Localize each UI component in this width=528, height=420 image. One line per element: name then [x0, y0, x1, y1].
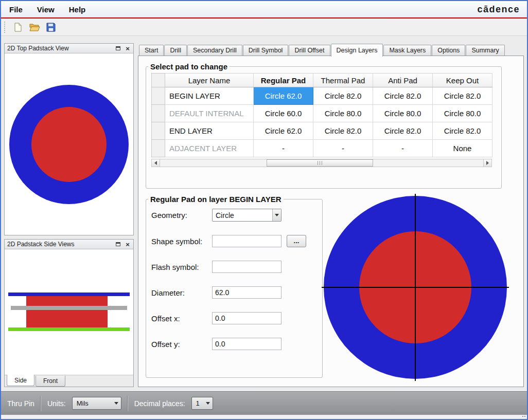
float-button[interactable]: [114, 241, 122, 248]
scroll-left-icon: [154, 161, 157, 165]
tab-mask-layers[interactable]: Mask Layers: [383, 45, 431, 56]
row-selector[interactable]: [152, 140, 165, 157]
design-layers-tab-content: Select pad to change Layer Name Regular …: [138, 56, 524, 387]
diameter-input[interactable]: [212, 286, 281, 299]
thermal-pad-cell[interactable]: Circle 82.0: [313, 87, 373, 105]
keep-out-cell[interactable]: None: [433, 140, 492, 157]
decimal-places-select[interactable]: 1: [191, 397, 213, 410]
select-pad-groupbox: Select pad to change Layer Name Regular …: [146, 62, 502, 189]
table-row-begin-layer: BEGIN LAYER Circle 62.0 Circle 82.0 Circ…: [152, 87, 492, 105]
thermal-pad-cell[interactable]: Circle 80.0: [313, 105, 373, 122]
anti-pad-cell[interactable]: Circle 82.0: [373, 122, 433, 140]
bottom-strip: [1, 415, 527, 419]
scrollbar-track[interactable]: [160, 159, 483, 167]
row-selector[interactable]: [152, 87, 165, 105]
scroll-left-button[interactable]: [152, 159, 160, 167]
offset-y-input[interactable]: [212, 338, 281, 350]
column-header-layer-name[interactable]: Layer Name: [165, 74, 254, 87]
padstack-editor-window: File View Help cādence: [0, 0, 528, 420]
column-header-keep-out[interactable]: Keep Out: [433, 74, 492, 87]
layer-name-cell[interactable]: END LAYER: [165, 122, 254, 140]
flash-symbol-row: Flash symbol:: [151, 261, 322, 273]
keep-out-cell[interactable]: Circle 82.0: [433, 87, 492, 105]
regular-pad-cell[interactable]: Circle 60.0: [254, 105, 313, 122]
thermal-pad-cell[interactable]: -: [313, 140, 373, 157]
geometry-row: Geometry: Circle: [151, 209, 322, 222]
menu-view[interactable]: View: [37, 5, 55, 14]
tab-start[interactable]: Start: [139, 45, 164, 56]
keep-out-cell[interactable]: Circle 82.0: [433, 122, 492, 140]
tab-summary[interactable]: Summary: [466, 45, 504, 56]
resize-grip[interactable]: [519, 412, 525, 418]
geometry-select[interactable]: Circle: [212, 209, 281, 222]
anti-pad-cell[interactable]: Circle 82.0: [373, 87, 433, 105]
browse-button[interactable]: ...: [287, 235, 306, 247]
new-file-button[interactable]: [11, 20, 25, 34]
regular-pad-title: Regular Pad on layer BEGIN LAYER: [148, 195, 284, 204]
float-button[interactable]: [114, 45, 122, 52]
tab-side[interactable]: Side: [7, 375, 34, 386]
tab-secondary-drill[interactable]: Secondary Drill: [187, 45, 242, 56]
menu-file[interactable]: File: [9, 5, 23, 14]
column-header-anti-pad[interactable]: Anti Pad: [373, 74, 433, 87]
main-area: Start Drill Secondary Drill Drill Symbol…: [138, 43, 524, 387]
tab-design-layers[interactable]: Design Layers: [331, 44, 383, 57]
cadence-logo: cādence: [477, 4, 520, 15]
tab-drill[interactable]: Drill: [164, 45, 187, 56]
tab-drill-offset[interactable]: Drill Offset: [289, 45, 330, 56]
left-dock: 2D Top Padstack View × 2D Padstack Side …: [4, 43, 134, 387]
units-select[interactable]: Mils: [72, 397, 121, 410]
statusbar-separator: [128, 396, 128, 411]
thermal-pad-cell[interactable]: Circle 82.0: [313, 122, 373, 140]
status-bar: Thru Pin Units: Mils Decimal places: 1: [1, 391, 527, 415]
close-button[interactable]: ×: [124, 45, 132, 52]
column-header-thermal-pad[interactable]: Thermal Pad: [313, 74, 373, 87]
side-view-canvas: [5, 249, 133, 375]
regular-pad-cell[interactable]: -: [254, 140, 313, 157]
diameter-row: Diameter:: [151, 286, 322, 299]
row-selector-header: [152, 74, 165, 87]
row-selector[interactable]: [152, 105, 165, 122]
anti-pad-cell[interactable]: -: [373, 140, 433, 157]
close-icon: ×: [126, 241, 130, 248]
layer-name-cell[interactable]: ADJACENT LAYER: [165, 140, 254, 157]
pad-editor-zone: Regular Pad on layer BEGIN LAYER Geometr…: [146, 195, 516, 380]
flash-symbol-input[interactable]: [212, 261, 281, 273]
tab-options[interactable]: Options: [432, 45, 465, 56]
pad-preview: [324, 196, 507, 379]
column-header-regular-pad[interactable]: Regular Pad: [254, 74, 313, 87]
shape-symbol-input[interactable]: [212, 235, 281, 247]
open-file-button[interactable]: [27, 20, 42, 34]
anti-pad-cell[interactable]: Circle 80.0: [373, 105, 433, 122]
layer-name-cell[interactable]: BEGIN LAYER: [165, 87, 254, 105]
chevron-down-icon: [114, 402, 118, 405]
toolbar: [1, 19, 527, 36]
open-folder-icon: [29, 22, 40, 32]
menu-help[interactable]: Help: [69, 5, 86, 14]
scroll-right-button[interactable]: [483, 159, 491, 167]
side-view-internal-layer-bar: [11, 306, 127, 310]
close-button[interactable]: ×: [124, 241, 132, 248]
table-horizontal-scrollbar[interactable]: [151, 159, 492, 167]
close-icon: ×: [126, 45, 130, 52]
top-view-panel-header: 2D Top Padstack View ×: [5, 44, 133, 53]
save-button[interactable]: [44, 20, 58, 34]
menu-bar: File View Help cādence: [1, 1, 527, 19]
offset-x-row: Offset x:: [151, 312, 322, 324]
top-view-canvas: [5, 53, 133, 235]
regular-pad-cell[interactable]: Circle 62.0: [254, 122, 313, 140]
scrollbar-thumb[interactable]: [267, 159, 373, 167]
table-row-adjacent-layer: ADJACENT LAYER - - - None: [152, 140, 492, 157]
tab-drill-symbol[interactable]: Drill Symbol: [243, 45, 289, 56]
keep-out-cell[interactable]: Circle 80.0: [433, 105, 492, 122]
layer-name-cell[interactable]: DEFAULT INTERNAL: [165, 105, 254, 122]
row-selector[interactable]: [152, 122, 165, 140]
menu-items: File View Help: [9, 5, 85, 14]
tab-front[interactable]: Front: [36, 376, 65, 387]
units-label: Units:: [47, 399, 66, 408]
diameter-label: Diameter:: [151, 288, 212, 297]
offset-x-input[interactable]: [212, 312, 281, 324]
new-file-icon: [13, 22, 23, 32]
select-pad-title: Select pad to change: [148, 62, 230, 71]
regular-pad-cell-selected[interactable]: Circle 62.0: [254, 87, 313, 105]
